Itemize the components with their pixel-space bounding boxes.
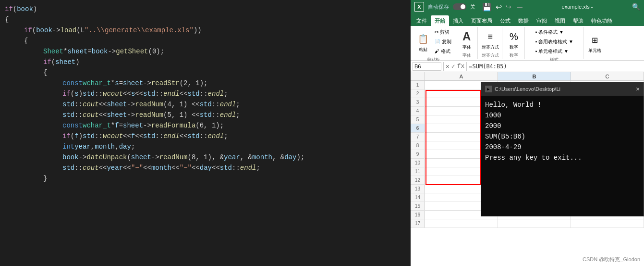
col-header-b[interactable]: B	[498, 72, 571, 80]
paste-icon: 📋	[415, 31, 431, 47]
ribbon-group-align: ≡ 对齐方式 对齐方式	[479, 27, 502, 59]
tab-review[interactable]: 审阅	[533, 15, 551, 26]
code-line: {	[0, 36, 411, 46]
copy-button[interactable]: 📄 复制	[433, 38, 453, 46]
code-line: if(book)	[0, 4, 411, 14]
redo-icon[interactable]: ↪	[506, 3, 511, 11]
search-icon[interactable]: 🔍	[632, 3, 640, 11]
font-group-label: 字体	[462, 52, 471, 59]
row-number: 9	[411, 150, 425, 158]
tab-data[interactable]: 数据	[514, 15, 533, 26]
code-line: const wchar_t* s = sheet->readStr(2, 1);	[0, 78, 411, 89]
grid-cell[interactable]	[425, 219, 498, 228]
console-line: SUM(B5:B6)	[485, 131, 640, 142]
col-header-c[interactable]: C	[571, 72, 644, 80]
cells-button[interactable]: ⊞ 单元格	[586, 31, 604, 55]
cells-label: 单元格	[588, 48, 601, 54]
tab-pagelayout[interactable]: 页面布局	[467, 15, 496, 26]
col-header-a[interactable]: A	[425, 72, 498, 80]
cut-button[interactable]: ✂ 剪切	[433, 28, 453, 37]
code-line: std::cout << sheet->readNum(4, 1) << std…	[0, 99, 411, 110]
number-label: 数字	[510, 44, 518, 51]
console-close-button[interactable]: ✕	[636, 85, 640, 93]
tab-special[interactable]: 特色功能	[587, 15, 616, 26]
console-window: ▶ C:\Users\Lenovo\Desktop\Li ✕ Hello, Wo…	[481, 82, 644, 216]
align-label: 对齐方式	[482, 44, 499, 51]
row-number: 14	[411, 193, 425, 202]
console-line: 1000	[485, 110, 640, 121]
font-icons: A 字体	[458, 28, 475, 51]
console-line: 2008-4-29	[485, 142, 640, 152]
code-line: book->dateUnpack(sheet->readNum(8, 1), &…	[0, 152, 411, 163]
ribbon-tabs: 文件 开始 插入 页面布局 公式 数据 审阅 视图 帮助 特色功能	[411, 13, 644, 26]
table-row: 17	[411, 219, 644, 228]
cells-icons: ⊞ 单元格	[586, 28, 604, 58]
autosave-toggle[interactable]	[453, 3, 466, 10]
align-button[interactable]: ≡ 对齐方式	[481, 28, 500, 51]
formula-content[interactable]: =SUM(B4:B5)	[469, 63, 642, 70]
header-corner	[411, 72, 425, 80]
format-button[interactable]: 🖌 格式	[433, 47, 453, 56]
row-number: 1	[411, 81, 425, 89]
console-title: C:\Users\Lenovo\Desktop\Li	[495, 86, 633, 92]
font-label: 字体	[462, 44, 471, 51]
code-line: if(s) std::wcout << s << std::endl << st…	[0, 89, 411, 99]
table-style-button[interactable]: ▪ 套用表格格式 ▼	[534, 38, 575, 46]
number-group-label: 数字	[510, 52, 518, 59]
tab-insert[interactable]: 插入	[449, 15, 467, 26]
ribbon-group-clipboard: 📋 粘贴 ✂ 剪切 📄 复制 🖌 格式 剪贴板	[413, 27, 455, 59]
grid-cell[interactable]	[571, 219, 644, 228]
console-line: Hello, World !	[485, 100, 640, 110]
ribbon-group-styles: ▪ 条件格式 ▼ ▪ 套用表格格式 ▼ ▪ 单元格样式 ▼ 样式	[526, 27, 583, 59]
clipboard-icons: 📋 粘贴 ✂ 剪切 📄 复制 🖌 格式	[414, 28, 453, 56]
console-app-icon: ▶	[485, 86, 492, 92]
console-line: 2000	[485, 121, 640, 131]
excel-autosave-bar: X 自动保存 关 💾 ↩ ↪ — example.xls - 🔍	[411, 0, 644, 13]
align-icon: ≡	[483, 29, 498, 44]
row-number: 17	[411, 219, 425, 228]
align-group-label: 对齐方式	[482, 52, 499, 59]
ribbon-group-number: % 数字 数字	[503, 27, 525, 59]
formula-icons: ✕ ✓ fx	[446, 63, 464, 70]
ribbon-group-cells: ⊞ 单元格	[584, 27, 606, 59]
tab-help[interactable]: 帮助	[569, 15, 587, 26]
tab-file[interactable]: 文件	[413, 15, 431, 26]
code-line: }	[0, 173, 411, 184]
cell-style-button[interactable]: ▪ 单元格样式 ▼	[534, 47, 575, 56]
insert-function-icon[interactable]: fx	[457, 63, 465, 70]
formula-separator2	[466, 62, 467, 71]
align-icons: ≡ 对齐方式	[481, 28, 500, 51]
ribbon-content: 📋 粘贴 ✂ 剪切 📄 复制 🖌 格式 剪贴板 A 字体 字体	[411, 26, 644, 61]
code-line: if(book->load(L"..\\generate\\example.xl…	[0, 25, 411, 36]
row-number: 6	[411, 124, 425, 132]
row-number: 2	[411, 89, 425, 98]
toggle-off-label: 关	[470, 3, 475, 11]
toggle-knob	[461, 4, 465, 9]
row-number: 10	[411, 159, 425, 167]
separator: —	[517, 4, 522, 10]
confirm-formula-icon[interactable]: ✓	[451, 63, 455, 70]
paste-button[interactable]: 📋 粘贴	[414, 30, 432, 54]
console-body: Hello, World !10002000SUM(B5:B6)2008-4-2…	[481, 96, 644, 216]
formula-bar: B6 ✕ ✓ fx =SUM(B4:B5)	[411, 61, 644, 72]
cell-ref-box[interactable]: B6	[413, 62, 441, 71]
font-button[interactable]: A 字体	[458, 28, 475, 51]
save-icon[interactable]: 💾	[482, 2, 492, 12]
code-line: Sheet* sheet = book->getSheet(0);	[0, 46, 411, 57]
console-titlebar: ▶ C:\Users\Lenovo\Desktop\Li ✕	[481, 82, 644, 96]
code-line: {	[0, 14, 411, 25]
tab-formula[interactable]: 公式	[496, 15, 514, 26]
cancel-formula-icon[interactable]: ✕	[446, 63, 450, 70]
ribbon-group-font: A 字体 字体	[456, 27, 478, 59]
row-number: 3	[411, 98, 425, 106]
code-line: const wchar_t* f = sheet->readFormula(6,…	[0, 120, 411, 131]
conditional-format-button[interactable]: ▪ 条件格式 ▼	[534, 28, 575, 37]
paste-label: 粘贴	[419, 47, 427, 53]
number-button[interactable]: % 数字	[505, 28, 522, 51]
tab-view[interactable]: 视图	[551, 15, 569, 26]
font-icon: A	[459, 29, 474, 44]
tab-home[interactable]: 开始	[431, 15, 449, 26]
csdn-watermark: CSDN @欧特克_Glodon	[583, 256, 640, 263]
grid-cell[interactable]	[498, 219, 571, 228]
undo-icon[interactable]: ↩	[496, 2, 502, 12]
